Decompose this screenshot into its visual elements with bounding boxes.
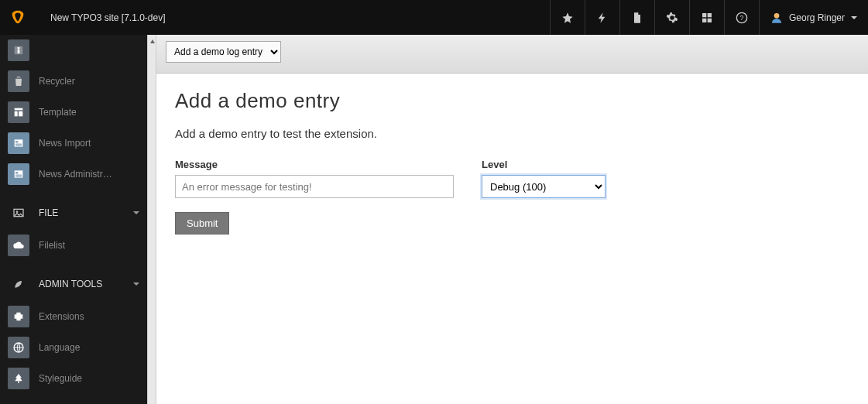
- doc-header: Add a demo log entry: [156, 35, 868, 74]
- sidebar-section-admin[interactable]: ADMIN TOOLS: [0, 267, 147, 301]
- globe-icon: [8, 337, 29, 358]
- tree-icon: [8, 368, 29, 389]
- message-group: Message: [175, 159, 454, 198]
- typo3-logo[interactable]: [0, 0, 35, 35]
- main-content: Add a demo entry Add a demo entry to tes…: [156, 74, 868, 250]
- user-icon: [770, 12, 783, 24]
- help-icon: ?: [736, 12, 748, 24]
- sidebar-item-label: Styleguide: [39, 373, 139, 384]
- sidebar-item-label: Template: [39, 107, 139, 118]
- svg-point-18: [16, 211, 19, 213]
- sidebar-item-recycler[interactable]: Recycler: [0, 66, 147, 97]
- cloud-icon: [8, 235, 29, 256]
- svg-rect-8: [19, 111, 22, 117]
- svg-rect-6: [15, 108, 23, 111]
- sidebar-item-news-import[interactable]: News Import: [0, 128, 147, 159]
- news-icon: [8, 163, 29, 185]
- sidebar-item-label: Filelist: [39, 240, 139, 251]
- sidebar-item-filelist[interactable]: Filelist: [0, 230, 147, 261]
- message-label: Message: [175, 159, 454, 170]
- svg-rect-4: [18, 50, 20, 53]
- page-description: Add a demo entry to test the extension.: [175, 127, 849, 140]
- panel-splitter[interactable]: [147, 35, 156, 404]
- sidebar-item-label: Extensions: [39, 311, 139, 322]
- settings-button[interactable]: [654, 0, 689, 35]
- section-label: FILE: [39, 207, 58, 218]
- chevron-down-icon: [851, 16, 857, 19]
- submit-button[interactable]: Submit: [175, 212, 229, 235]
- sidebar-item-label: Recycler: [39, 76, 139, 87]
- typo3-logo-icon: [9, 9, 26, 26]
- info-icon: [8, 39, 29, 61]
- template-icon: [8, 101, 29, 123]
- chevron-down-icon: [133, 211, 139, 214]
- grid-icon: [701, 12, 713, 24]
- svg-rect-12: [15, 146, 22, 146]
- star-icon: [561, 12, 574, 24]
- top-actions: ? Georg Ringer: [550, 0, 868, 35]
- sidebar-item-language[interactable]: Language: [0, 332, 147, 363]
- svg-rect-14: [15, 172, 18, 173]
- sidebar-item-info[interactable]: [0, 35, 147, 66]
- svg-rect-16: [15, 176, 22, 177]
- svg-rect-7: [15, 111, 18, 117]
- sidebar-item-extensions[interactable]: Extensions: [0, 301, 147, 332]
- sidebar-item-label: News Administr…: [39, 169, 139, 180]
- level-select[interactable]: Debug (100): [482, 175, 606, 198]
- image-icon: [8, 202, 29, 224]
- gear-icon: [666, 12, 678, 24]
- bookmark-button[interactable]: [550, 0, 585, 35]
- content-area: Add a demo log entry Add a demo entry Ad…: [156, 35, 868, 404]
- page-title: Add a demo entry: [175, 89, 849, 113]
- function-select[interactable]: Add a demo log entry: [166, 41, 281, 63]
- sidebar-item-label: News Import: [39, 138, 139, 149]
- message-input[interactable]: [175, 175, 454, 198]
- chevron-down-icon: [133, 282, 139, 286]
- cache-button[interactable]: [585, 0, 619, 35]
- document-button[interactable]: [619, 0, 654, 35]
- svg-rect-5: [18, 47, 20, 49]
- section-label: ADMIN TOOLS: [39, 279, 102, 289]
- apps-button[interactable]: [689, 0, 724, 35]
- sidebar-section-file[interactable]: FILE: [0, 196, 147, 230]
- trash-icon: [8, 70, 29, 92]
- rocket-icon: [8, 273, 29, 295]
- sidebar-item-styleguide[interactable]: Styleguide: [0, 363, 147, 394]
- level-group: Level Debug (100): [482, 159, 606, 198]
- sidebar-item-news-admin[interactable]: News Administr…: [0, 159, 147, 190]
- site-title: New TYPO3 site [7.1.0-dev]: [35, 12, 550, 23]
- svg-rect-10: [15, 141, 18, 142]
- news-icon: [8, 132, 29, 154]
- svg-rect-11: [15, 144, 22, 145]
- top-bar: New TYPO3 site [7.1.0-dev] ? Georg Ringe…: [0, 0, 868, 35]
- puzzle-icon: [8, 306, 29, 327]
- form-row: Message Level Debug (100): [175, 159, 849, 198]
- help-button[interactable]: ?: [724, 0, 759, 35]
- bolt-icon: [596, 12, 609, 24]
- document-icon: [631, 12, 643, 24]
- module-sidebar: Recycler Template News Import News Admin…: [0, 35, 147, 404]
- level-label: Level: [482, 159, 606, 170]
- sidebar-item-template[interactable]: Template: [0, 97, 147, 128]
- svg-rect-15: [15, 175, 22, 176]
- svg-point-2: [774, 13, 780, 19]
- sidebar-item-label: Language: [39, 342, 139, 353]
- svg-text:?: ?: [740, 14, 744, 22]
- user-menu[interactable]: Georg Ringer: [759, 0, 868, 35]
- user-name: Georg Ringer: [789, 12, 845, 23]
